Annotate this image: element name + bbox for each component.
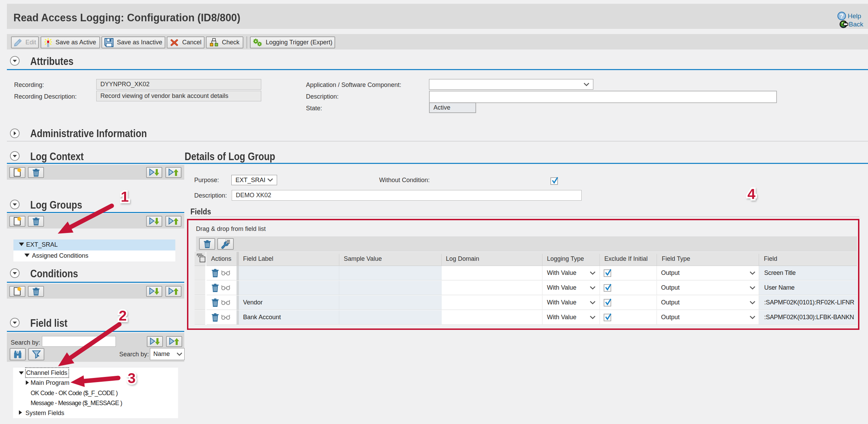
svg-text:2: 2 <box>119 308 127 324</box>
svg-text:4: 4 <box>747 186 756 202</box>
svg-text:1: 1 <box>121 189 129 205</box>
svg-text:?: ? <box>840 13 844 20</box>
